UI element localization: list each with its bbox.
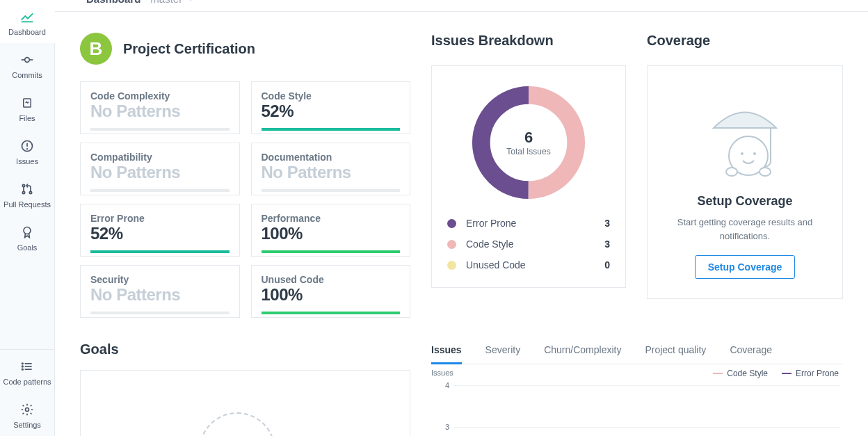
tab-issues[interactable]: Issues: [431, 341, 462, 364]
goals-placeholder-icon: [199, 412, 275, 436]
donut-total-label: Total Issues: [506, 147, 550, 156]
card-value: 52%: [262, 102, 401, 122]
sidebar-item-label: Pull Requests: [3, 200, 51, 209]
card-title: Performance: [262, 213, 401, 224]
card-bar: [262, 128, 401, 131]
card-value: No Patterns: [90, 285, 230, 306]
card-title: Unused Code: [262, 274, 401, 285]
sidebar-item-label: Goals: [17, 243, 38, 252]
sidebar-item-commits[interactable]: Commits: [0, 43, 54, 86]
card-bar: [262, 189, 401, 192]
card-security[interactable]: Security No Patterns: [80, 265, 240, 318]
legend-name: Code Style: [466, 239, 595, 250]
legend-name: Unused Code: [466, 259, 595, 271]
certification-title: Project Certification: [123, 41, 255, 57]
file-icon: [19, 95, 35, 111]
sidebar-item-code-patterns[interactable]: Code patterns: [0, 350, 54, 393]
legend-row-code-style[interactable]: Code Style 3: [447, 239, 610, 250]
card-error-prone[interactable]: Error Prone 52%: [80, 204, 240, 257]
svg-point-11: [24, 227, 31, 234]
card-performance[interactable]: Performance 100%: [251, 204, 411, 257]
card-code-complexity[interactable]: Code Complexity No Patterns: [80, 81, 240, 134]
sidebar-item-dashboard[interactable]: Dashboard: [0, 0, 54, 43]
umbrella-illustration-icon: [693, 83, 797, 187]
issues-breakdown-panel: 6 Total Issues Error Prone 3: [431, 65, 626, 288]
coverage-title: Coverage: [647, 33, 843, 49]
chart-legend-code-style[interactable]: Code Style: [713, 369, 768, 378]
card-bar: [90, 128, 230, 131]
chart-ytick: 3: [445, 423, 449, 431]
svg-point-7: [27, 149, 28, 150]
branch-name: master: [150, 0, 182, 5]
card-compatibility[interactable]: Compatibility No Patterns: [80, 143, 240, 195]
svg-point-23: [741, 152, 744, 155]
svg-point-1: [25, 58, 30, 63]
gear-icon: [19, 401, 35, 418]
card-value: No Patterns: [262, 163, 401, 184]
chart-tabs: Issues Severity Churn/Complexity Project…: [431, 341, 843, 364]
card-title: Documentation: [262, 152, 401, 163]
sidebar-item-issues[interactable]: Issues: [0, 129, 54, 172]
card-title: Compatibility: [90, 152, 230, 163]
sidebar-item-label: Files: [19, 114, 35, 122]
legend-dash: [713, 373, 723, 374]
svg-point-24: [753, 152, 756, 155]
sidebar-item-label: Commits: [12, 71, 42, 79]
svg-point-16: [22, 366, 24, 367]
sidebar-item-label: Issues: [16, 157, 38, 165]
svg-point-18: [26, 408, 29, 412]
sidebar-item-pull-requests[interactable]: Pull Requests: [0, 172, 54, 216]
legend-dot: [447, 240, 456, 249]
goals-title: Goals: [80, 341, 410, 357]
sidebar-item-files[interactable]: Files: [0, 86, 54, 129]
legend-value: 3: [604, 239, 610, 250]
grade-badge: B: [80, 33, 112, 65]
legend-row-error-prone[interactable]: Error Prone 3: [447, 218, 610, 229]
award-icon: [19, 224, 35, 241]
issues-breakdown-title: Issues Breakdown: [431, 33, 626, 49]
svg-point-25: [726, 168, 737, 176]
legend-label: Error Prone: [796, 369, 839, 378]
card-bar: [90, 250, 230, 253]
card-title: Code Style: [262, 90, 401, 102]
branch-selector[interactable]: master: [150, 0, 195, 5]
pull-request-icon: [19, 181, 35, 197]
card-value: No Patterns: [90, 163, 230, 184]
card-title: Security: [90, 274, 230, 285]
page-title: Dashboard: [86, 0, 140, 5]
card-bar: [262, 250, 401, 253]
card-value: 52%: [90, 224, 230, 245]
card-bar: [90, 312, 230, 314]
chart-ylabel: Issues: [431, 369, 453, 377]
legend-row-unused-code[interactable]: Unused Code 0: [447, 259, 610, 271]
card-title: Error Prone: [90, 213, 230, 224]
sidebar-item-goals[interactable]: Goals: [0, 216, 54, 259]
chart-ytick: 4: [445, 381, 449, 389]
svg-point-10: [29, 191, 31, 193]
tab-churn-complexity[interactable]: Churn/Complexity: [544, 341, 621, 364]
chart-legend-error-prone[interactable]: Error Prone: [782, 369, 839, 378]
tab-project-quality[interactable]: Project quality: [645, 341, 706, 364]
sidebar-item-label: Settings: [13, 421, 41, 429]
coverage-panel-title: Setup Coverage: [697, 194, 792, 209]
chevron-down-icon: [186, 0, 195, 3]
legend-dash: [782, 373, 791, 374]
alert-icon: [19, 138, 35, 154]
card-documentation[interactable]: Documentation No Patterns: [251, 143, 411, 195]
tab-severity[interactable]: Severity: [485, 341, 521, 364]
card-code-style[interactable]: Code Style 52%: [251, 81, 411, 134]
donut-chart: 6 Total Issues: [466, 80, 591, 205]
donut-total-value: 6: [524, 129, 533, 147]
card-unused-code[interactable]: Unused Code 100%: [251, 265, 411, 318]
topbar: Dashboard master: [55, 0, 868, 12]
setup-coverage-button[interactable]: Setup Coverage: [695, 255, 796, 279]
legend-dot: [447, 219, 456, 228]
chart-icon: [19, 8, 35, 25]
svg-point-17: [22, 369, 24, 370]
chart-legend: Code Style Error Prone: [713, 369, 839, 378]
tab-coverage[interactable]: Coverage: [730, 341, 772, 364]
legend-label: Code Style: [727, 369, 768, 378]
sidebar-item-settings[interactable]: Settings: [0, 393, 54, 436]
coverage-panel: Setup Coverage Start getting coverage re…: [647, 65, 843, 299]
sidebar-item-label: Dashboard: [8, 28, 46, 36]
